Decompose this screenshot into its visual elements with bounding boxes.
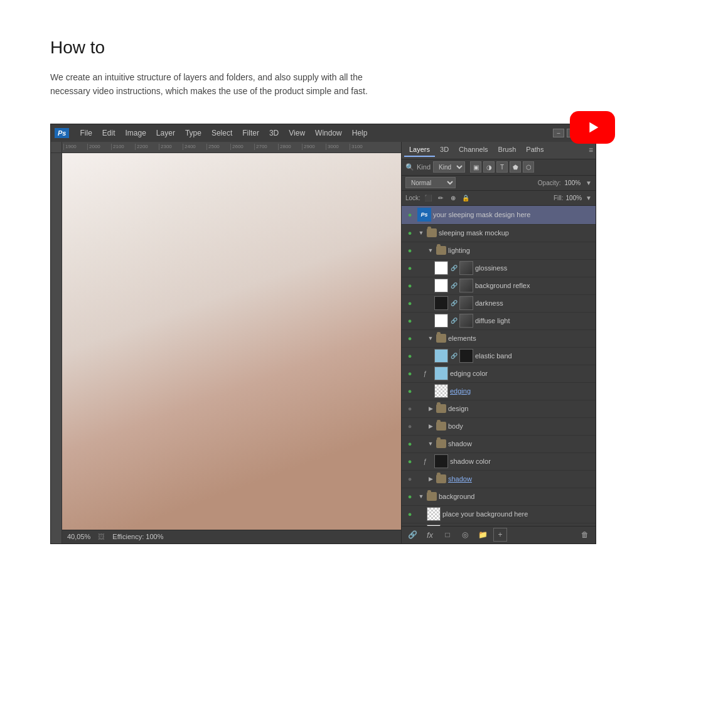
statusbar-divider: 🖼 — [98, 533, 105, 540]
eye-icon-hidden[interactable]: ● — [404, 420, 415, 432]
layer-item-bg-reflex[interactable]: ● 🔗 background reflex — [402, 277, 596, 295]
layer-item-place-bg[interactable]: ● place your background here — [402, 506, 596, 523]
eye-icon[interactable]: ● — [404, 368, 415, 379]
layer-item-edging-color[interactable]: ● ƒ edging color — [402, 365, 596, 383]
eye-icon[interactable]: ● — [404, 438, 415, 449]
eye-icon[interactable]: ● — [404, 227, 415, 238]
link-layers-btn[interactable]: 🔗 — [405, 528, 419, 542]
filter-adjust-btn[interactable]: ◑ — [483, 161, 495, 173]
eye-icon[interactable]: ● — [404, 456, 415, 467]
eye-icon[interactable]: ● — [404, 508, 415, 520]
layer-item-darkness[interactable]: ● 🔗 darkness — [402, 295, 596, 313]
folder-arrow[interactable]: ▼ — [427, 247, 434, 254]
eye-icon[interactable]: ● — [404, 245, 415, 256]
efficiency-label: Efficiency: 100% — [112, 533, 163, 540]
layer-item-elements[interactable]: ● ▼ elements — [402, 330, 596, 348]
opacity-arrow[interactable]: ▼ — [586, 179, 592, 186]
ruler-mark: 2400 — [183, 144, 206, 150]
filter-type-btn[interactable]: T — [496, 161, 508, 173]
menu-layer[interactable]: Layer — [152, 127, 179, 139]
layer-item-background-folder[interactable]: ● ▼ background — [402, 488, 596, 506]
lock-all-btn[interactable]: 🔒 — [461, 193, 471, 203]
filter-dropdown[interactable]: Kind — [433, 161, 465, 173]
adjustment-btn[interactable]: ◎ — [458, 528, 472, 542]
menu-window[interactable]: Window — [311, 127, 346, 139]
lock-transparent-btn[interactable]: ⬛ — [423, 193, 433, 203]
layer-name-elements: elements — [448, 335, 593, 342]
menu-3d[interactable]: 3D — [265, 127, 283, 139]
layer-item-shadow-layer[interactable]: ● ▶ shadow — [402, 471, 596, 488]
layer-item-body[interactable]: ● ▶ body — [402, 418, 596, 436]
youtube-play-button[interactable] — [570, 111, 615, 144]
menu-edit[interactable]: Edit — [98, 127, 120, 139]
eye-icon[interactable]: ● — [404, 297, 415, 309]
eye-icon-hidden[interactable]: ● — [404, 473, 415, 484]
tab-channels[interactable]: Channels — [454, 143, 493, 157]
lock-pixels-btn[interactable]: ✏ — [436, 193, 446, 203]
layer-thumb — [434, 454, 448, 468]
panel-menu-icon[interactable]: ≡ — [589, 146, 593, 154]
mask-btn[interactable]: □ — [441, 528, 454, 542]
menu-type[interactable]: Type — [181, 127, 206, 139]
new-layer-btn[interactable]: + — [493, 528, 507, 542]
fill-arrow[interactable]: ▼ — [586, 195, 592, 201]
layer-item-glossiness[interactable]: ● 🔗 glossiness — [402, 260, 596, 277]
link-icon: 🔗 — [450, 264, 458, 272]
tab-brush[interactable]: Brush — [493, 143, 522, 157]
menu-help[interactable]: Help — [348, 127, 372, 139]
blend-mode-dropdown[interactable]: Normal — [405, 177, 456, 188]
menu-image[interactable]: Image — [121, 127, 151, 139]
eye-icon[interactable]: ● — [404, 350, 415, 361]
opacity-value[interactable]: 100% — [565, 179, 581, 186]
eye-icon[interactable]: ● — [404, 280, 415, 291]
layer-item-your-design[interactable]: ● Ps your sleeping mask design here — [402, 206, 596, 225]
layer-name-shadow-layer: shadow — [448, 475, 593, 483]
tab-paths[interactable]: Paths — [521, 143, 549, 157]
folder-arrow[interactable]: ▶ — [427, 422, 434, 430]
layer-item-edging[interactable]: ● edging — [402, 383, 596, 400]
menu-filter[interactable]: Filter — [238, 127, 264, 139]
layer-item-sleeping-mask-mockup[interactable]: ● ▼ sleeping mask mockup — [402, 225, 596, 242]
filter-pixel-btn[interactable]: ▣ — [470, 161, 481, 173]
layer-item-lighting[interactable]: ● ▼ lighting — [402, 242, 596, 260]
eye-icon-hidden[interactable]: ● — [404, 403, 415, 414]
fill-value[interactable]: 100% — [566, 195, 582, 201]
layer-item-elastic-band[interactable]: ● 🔗 elastic band — [402, 348, 596, 365]
minimize-button[interactable]: – — [553, 129, 564, 137]
delete-layer-btn[interactable]: 🗑 — [578, 528, 592, 542]
svg-marker-0 — [589, 122, 598, 132]
folder-arrow[interactable]: ▼ — [417, 493, 425, 500]
layer-item-shadow-color[interactable]: ● ƒ shadow color — [402, 453, 596, 471]
menu-file[interactable]: File — [75, 127, 96, 139]
folder-arrow[interactable]: ▼ — [417, 229, 425, 237]
canvas[interactable] — [62, 153, 401, 530]
layer-thumb — [434, 261, 448, 275]
filter-smart-btn[interactable]: ⬡ — [523, 161, 534, 173]
folder-arrow[interactable]: ▶ — [427, 405, 434, 412]
layer-name-sleeping-mask: sleeping mask mockup — [439, 229, 593, 237]
filter-shape-btn[interactable]: ⬟ — [510, 161, 521, 173]
tab-layers[interactable]: Layers — [404, 143, 435, 157]
folder-icon — [436, 246, 446, 255]
menu-view[interactable]: View — [284, 127, 309, 139]
eye-icon[interactable]: ● — [404, 385, 415, 397]
folder-arrow[interactable]: ▼ — [427, 440, 434, 447]
lock-position-btn[interactable]: ⊕ — [448, 193, 458, 203]
layer-item-shadow-folder[interactable]: ● ▼ shadow — [402, 436, 596, 453]
eye-icon[interactable]: ● — [404, 315, 415, 326]
eye-visibility-icon[interactable]: ● — [404, 209, 415, 220]
layers-panel: Layers 3D Channels Brush Paths ≡ 🔍 Kind … — [401, 142, 596, 543]
layer-item-design[interactable]: ● ▶ design — [402, 400, 596, 418]
layer-item-diffuse-light[interactable]: ● 🔗 diffuse light — [402, 313, 596, 330]
tab-3d[interactable]: 3D — [435, 143, 454, 157]
eye-icon[interactable]: ● — [404, 491, 415, 502]
ps-content-area: 1900 2000 2100 2200 2300 2400 2500 2600 … — [51, 142, 596, 543]
menu-select[interactable]: Select — [207, 127, 237, 139]
fx-btn[interactable]: fx — [423, 528, 437, 542]
folder-arrow[interactable]: ▼ — [427, 335, 434, 342]
folder-arrow[interactable]: ▶ — [427, 475, 434, 483]
eye-icon[interactable]: ● — [404, 333, 415, 344]
group-btn[interactable]: 📁 — [476, 528, 490, 542]
folder-icon — [436, 404, 446, 413]
eye-icon[interactable]: ● — [404, 262, 415, 274]
